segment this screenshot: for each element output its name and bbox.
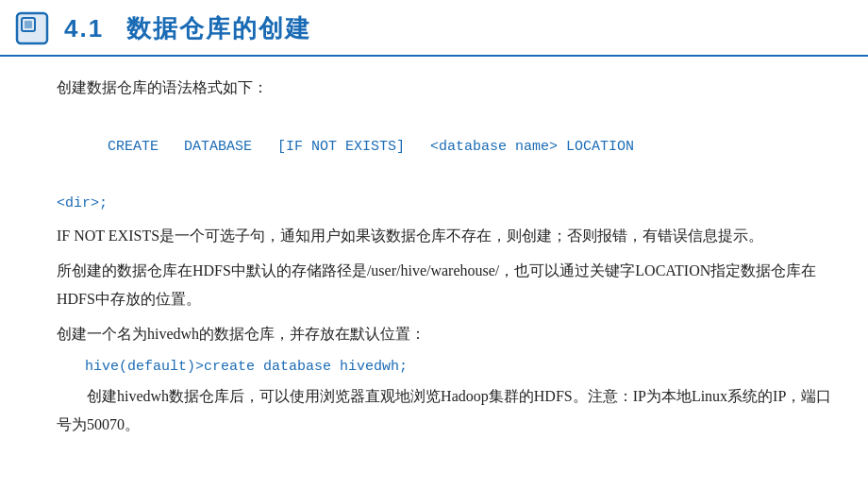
- section-icon: [15, 11, 49, 45]
- para3: 创建一个名为hivedwh的数据仓库，并存放在默认位置：: [57, 320, 834, 348]
- section-title-text: 数据仓库的创建: [126, 12, 311, 45]
- para4: 创建hivedwh数据仓库后，可以使用浏览器直观地浏览Hadoop集群的HDFS…: [57, 382, 834, 440]
- syntax-code1: CREATE DATABASE [IF NOT EXISTS] <databas…: [108, 139, 634, 155]
- code-example: hive(default)>create database hivedwh;: [57, 354, 834, 380]
- para2: 所创建的数据仓库在HDFS中默认的存储路径是/user/hive/warehou…: [57, 257, 834, 314]
- intro-text: 创建数据仓库的语法格式如下：: [57, 74, 834, 102]
- syntax-line1: CREATE DATABASE [IF NOT EXISTS] <databas…: [57, 108, 834, 186]
- para2-line1: 所创建的数据仓库在HDFS中默认的存储路径是/user/hive/warehou…: [57, 262, 499, 278]
- page: 4.1 数据仓库的创建 创建数据仓库的语法格式如下： CREATE DATABA…: [0, 0, 868, 489]
- content-area: 创建数据仓库的语法格式如下： CREATE DATABASE [IF NOT E…: [0, 57, 868, 462]
- section-header: 4.1 数据仓库的创建: [0, 0, 868, 57]
- para4-line1: 创建hivedwh数据仓库后，可以使用浏览器直观地浏览Hadoop集群的: [87, 388, 534, 404]
- para1: IF NOT EXISTS是一个可选子句，通知用户如果该数据仓库不存在，则创建；…: [57, 222, 834, 250]
- section-title: 4.1: [64, 14, 104, 43]
- svg-rect-3: [25, 21, 32, 28]
- syntax-line2: <dir>;: [57, 191, 834, 217]
